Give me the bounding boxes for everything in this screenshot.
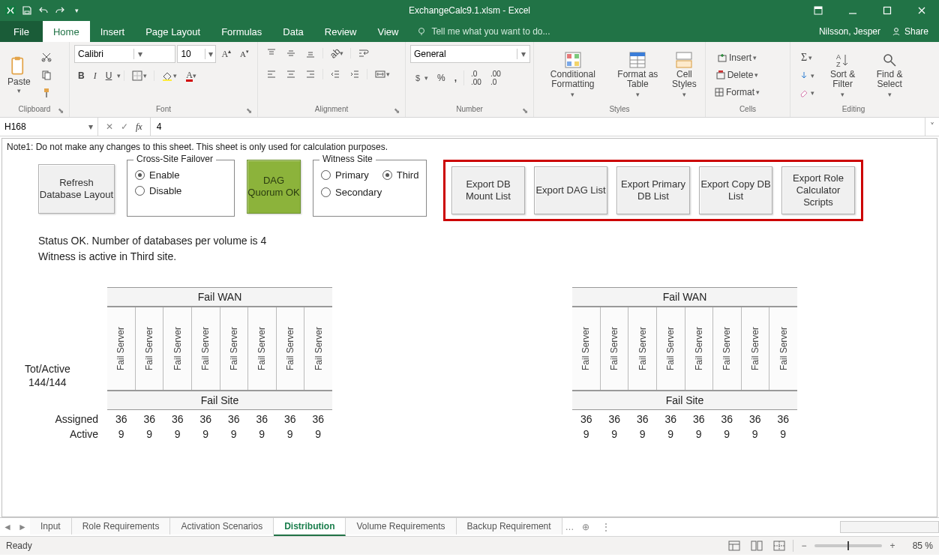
increase-decimal-button[interactable]: .0.00 — [467, 67, 485, 88]
zoom-in-button[interactable]: + — [886, 541, 898, 551]
clipboard-dialog-launcher[interactable]: ⬊ — [57, 106, 64, 114]
tab-view[interactable]: View — [367, 21, 409, 42]
font-size-combo[interactable]: ▾ — [177, 45, 216, 63]
save-icon[interactable] — [21, 4, 33, 16]
radio-disable[interactable]: Disable — [135, 185, 226, 196]
find-select-button[interactable]: Find & Select ▾ — [867, 52, 912, 98]
radio-secondary[interactable]: Secondary — [321, 187, 418, 198]
chevron-down-icon[interactable]: ▾ — [205, 49, 215, 59]
wrap-text-button[interactable] — [354, 45, 374, 61]
fail-server-column[interactable]: Fail Server — [107, 307, 135, 390]
radio-enable[interactable]: Enable — [135, 169, 226, 181]
increase-font-button[interactable]: A▴ — [218, 46, 235, 62]
alignment-dialog-launcher[interactable]: ⬊ — [393, 106, 400, 114]
fill-color-button[interactable]: ▾ — [158, 67, 181, 84]
radio-primary[interactable]: Primary — [321, 169, 369, 181]
enter-formula-button[interactable]: ✓ — [121, 121, 128, 132]
tell-me-search[interactable]: Tell me what you want to do... — [416, 21, 550, 42]
font-color-button[interactable]: A▾ — [182, 68, 200, 84]
share-button[interactable]: Share — [891, 26, 928, 37]
name-box[interactable]: ▾ — [0, 118, 98, 136]
account-name[interactable]: Nilsson, Jesper — [819, 26, 880, 37]
delete-cells-button[interactable]: Delete▾ — [710, 67, 764, 82]
fail-server-column[interactable]: Fail Server — [628, 307, 656, 390]
tab-formulas[interactable]: Formulas — [211, 21, 272, 42]
sheet-tab-backup-requirement[interactable]: Backup Requirement — [457, 518, 562, 535]
tab-insert[interactable]: Insert — [90, 21, 136, 42]
export-primary-db-list-button[interactable]: Export Primary DB List — [616, 166, 690, 214]
formula-bar[interactable] — [151, 118, 925, 136]
chevron-down-icon[interactable]: ▾ — [517, 49, 530, 59]
horizontal-scrollbar[interactable] — [840, 521, 939, 533]
sheet-nav-prev[interactable]: ◄ — [0, 518, 15, 536]
formula-input[interactable] — [155, 121, 920, 133]
chevron-down-icon[interactable]: ▾ — [87, 121, 94, 132]
bold-button[interactable]: B — [74, 68, 88, 83]
export-role-calculator-scripts-button[interactable]: Export Role Calculator Scripts — [782, 166, 855, 214]
fail-server-column[interactable]: Fail Server — [656, 307, 685, 390]
align-left-button[interactable] — [262, 67, 280, 82]
insert-cells-button[interactable]: Insert▾ — [710, 50, 764, 65]
font-name-combo[interactable]: ▾ — [74, 45, 176, 63]
undo-icon[interactable] — [38, 4, 50, 16]
export-copy-db-list-button[interactable]: Export Copy DB List — [699, 166, 772, 214]
fail-server-column[interactable]: Fail Server — [163, 307, 191, 390]
sheet-nav-next[interactable]: ► — [15, 518, 30, 536]
paste-button[interactable]: Paste ▾ — [4, 54, 34, 96]
fail-server-column[interactable]: Fail Server — [135, 307, 164, 390]
fill-button[interactable]: ▾ — [795, 68, 818, 83]
zoom-slider[interactable] — [814, 544, 882, 547]
fail-server-column[interactable]: Fail Server — [304, 307, 332, 390]
export-db-mount-list-button[interactable]: Export DB Mount List — [452, 166, 525, 214]
export-dag-list-button[interactable]: Export DAG List — [534, 166, 608, 214]
fail-server-column[interactable]: Fail Server — [712, 307, 741, 390]
borders-button[interactable]: ▾ — [128, 67, 151, 84]
number-format-input[interactable] — [411, 49, 517, 59]
tab-home[interactable]: Home — [43, 21, 90, 42]
page-break-view-button[interactable] — [770, 538, 788, 553]
italic-button[interactable]: I — [90, 68, 100, 84]
sheet-tab-input[interactable]: Input — [30, 518, 72, 535]
align-right-button[interactable] — [302, 67, 320, 82]
radio-third[interactable]: Third — [382, 169, 419, 181]
fail-server-column[interactable]: Fail Server — [220, 307, 248, 390]
number-dialog-launcher[interactable]: ⬊ — [521, 106, 529, 114]
decrease-decimal-button[interactable]: .00.0 — [487, 67, 505, 88]
sheet-tab-activation-scenarios[interactable]: Activation Scenarios — [170, 518, 274, 535]
conditional-formatting-button[interactable]: Conditional Formatting ▾ — [538, 52, 608, 98]
sheet-tab-volume-requirements[interactable]: Volume Requirements — [346, 518, 456, 535]
copy-button[interactable] — [37, 67, 56, 83]
align-center-button[interactable] — [282, 67, 300, 82]
expand-formula-bar-button[interactable]: ˅ — [925, 118, 939, 136]
fail-server-column[interactable]: Fail Server — [572, 307, 600, 390]
number-format-combo[interactable]: ▾ — [410, 45, 530, 63]
underline-button[interactable]: U — [102, 68, 116, 83]
align-bottom-button[interactable] — [302, 46, 320, 61]
format-cells-button[interactable]: Format▾ — [710, 85, 764, 100]
accounting-format-button[interactable]: $▾ — [410, 70, 432, 85]
merge-center-button[interactable]: ▾ — [370, 66, 394, 82]
redo-icon[interactable] — [54, 4, 66, 16]
normal-view-button[interactable] — [725, 538, 743, 553]
tab-data[interactable]: Data — [272, 21, 314, 42]
clear-button[interactable]: ▾ — [795, 85, 818, 100]
ribbon-display-options-icon[interactable] — [801, 0, 836, 21]
chevron-down-icon[interactable]: ▾ — [134, 49, 146, 59]
close-button[interactable] — [904, 0, 939, 21]
cancel-formula-button[interactable]: ✕ — [106, 121, 113, 132]
page-layout-view-button[interactable] — [748, 538, 766, 553]
decrease-font-button[interactable]: A▾ — [236, 47, 253, 61]
decrease-indent-button[interactable] — [326, 67, 344, 82]
fail-server-column[interactable]: Fail Server — [741, 307, 770, 390]
zoom-out-button[interactable]: − — [798, 541, 810, 551]
align-top-button[interactable] — [262, 46, 280, 61]
cell-styles-button[interactable]: Cell Styles ▾ — [668, 52, 700, 98]
font-size-input[interactable] — [178, 49, 205, 59]
sheet-tab-distribution[interactable]: Distribution — [274, 518, 346, 536]
new-sheet-button[interactable]: ⊕ — [578, 522, 594, 532]
font-dialog-launcher[interactable]: ⬊ — [245, 106, 253, 114]
fail-server-column[interactable]: Fail Server — [276, 307, 304, 390]
orientation-button[interactable]: ab▾ — [326, 46, 347, 61]
name-box-input[interactable] — [3, 121, 87, 133]
fail-server-column[interactable]: Fail Server — [191, 307, 220, 390]
